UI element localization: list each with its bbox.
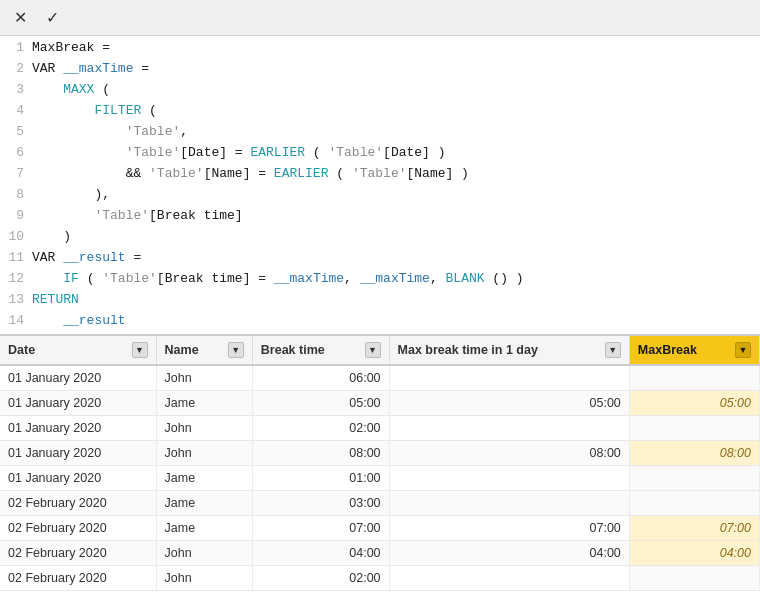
code-line: 11VAR __result = [0,250,760,271]
column-header-maxbreak[interactable]: MaxBreak▼ [629,336,759,365]
cell-date: 01 January 2020 [0,365,156,391]
toolbar: ✕ ✓ [0,0,760,36]
code-line: 12 IF ( 'Table'[Break time] = __maxTime,… [0,271,760,292]
line-content: MaxBreak = [32,40,756,55]
line-number: 5 [4,124,32,139]
code-line: 14 __result [0,313,760,334]
cell-max-break [389,466,629,491]
table-row: 01 January 2020Jame01:00 [0,466,760,491]
code-line: 10 ) [0,229,760,250]
cell-name: Jame [156,466,252,491]
line-number: 9 [4,208,32,223]
column-header-max_break[interactable]: Max break time in 1 day▼ [389,336,629,365]
cell-maxbreak: 08:00 [629,441,759,466]
code-line: 9 'Table'[Break time] [0,208,760,229]
table-row: 01 January 2020John06:00 [0,365,760,391]
line-number: 13 [4,292,32,307]
code-line: 2VAR __maxTime = [0,61,760,82]
data-table: Date▼Name▼Break time▼Max break time in 1… [0,336,760,591]
cell-maxbreak [629,566,759,591]
column-label: MaxBreak [638,343,697,357]
line-number: 4 [4,103,32,118]
table-row: 02 February 2020John02:00 [0,566,760,591]
cell-name: John [156,416,252,441]
column-header-name[interactable]: Name▼ [156,336,252,365]
code-line: 7 && 'Table'[Name] = EARLIER ( 'Table'[N… [0,166,760,187]
line-content: IF ( 'Table'[Break time] = __maxTime, __… [32,271,756,286]
table-row: 01 January 2020John02:00 [0,416,760,441]
cancel-button[interactable]: ✕ [8,6,32,30]
cell-max-break [389,566,629,591]
cell-max-break [389,416,629,441]
line-content: RETURN [32,292,756,307]
line-content: VAR __maxTime = [32,61,756,76]
line-content: ), [32,187,756,202]
cell-maxbreak [629,466,759,491]
cell-maxbreak [629,416,759,441]
cell-name: Jame [156,516,252,541]
code-line: 3 MAXX ( [0,82,760,103]
line-number: 10 [4,229,32,244]
cell-break-time: 02:00 [252,566,389,591]
cell-maxbreak [629,365,759,391]
filter-dropdown-icon[interactable]: ▼ [365,342,381,358]
code-line: 6 'Table'[Date] = EARLIER ( 'Table'[Date… [0,145,760,166]
filter-dropdown-icon[interactable]: ▼ [228,342,244,358]
line-number: 2 [4,61,32,76]
column-label: Name [165,343,199,357]
line-content: 'Table', [32,124,756,139]
table-row: 01 January 2020John08:0008:0008:00 [0,441,760,466]
table-row: 02 February 2020Jame03:00 [0,491,760,516]
table-row: 02 February 2020Jame07:0007:0007:00 [0,516,760,541]
cell-date: 02 February 2020 [0,541,156,566]
cell-maxbreak: 05:00 [629,391,759,416]
code-line: 8 ), [0,187,760,208]
cell-date: 01 January 2020 [0,391,156,416]
cell-date: 02 February 2020 [0,491,156,516]
line-number: 6 [4,145,32,160]
table-area: Date▼Name▼Break time▼Max break time in 1… [0,336,760,611]
cell-break-time: 05:00 [252,391,389,416]
cell-date: 01 January 2020 [0,441,156,466]
column-label: Date [8,343,35,357]
confirm-button[interactable]: ✓ [40,6,64,30]
cell-maxbreak: 07:00 [629,516,759,541]
line-number: 1 [4,40,32,55]
cell-max-break: 08:00 [389,441,629,466]
filter-dropdown-icon[interactable]: ▼ [605,342,621,358]
line-content: 'Table'[Date] = EARLIER ( 'Table'[Date] … [32,145,756,160]
table-row: 01 January 2020Jame05:0005:0005:00 [0,391,760,416]
line-content: 'Table'[Break time] [32,208,756,223]
cell-max-break: 04:00 [389,541,629,566]
cell-maxbreak [629,491,759,516]
filter-dropdown-icon[interactable]: ▼ [132,342,148,358]
line-content: __result [32,313,756,328]
cell-name: John [156,441,252,466]
filter-dropdown-icon[interactable]: ▼ [735,342,751,358]
cell-name: John [156,541,252,566]
cell-break-time: 02:00 [252,416,389,441]
line-content: ) [32,229,756,244]
column-header-break_time[interactable]: Break time▼ [252,336,389,365]
column-header-date[interactable]: Date▼ [0,336,156,365]
line-content: && 'Table'[Name] = EARLIER ( 'Table'[Nam… [32,166,756,181]
line-number: 3 [4,82,32,97]
cell-max-break [389,365,629,391]
cell-name: John [156,566,252,591]
cell-name: Jame [156,491,252,516]
cell-date: 02 February 2020 [0,566,156,591]
line-content: VAR __result = [32,250,756,265]
line-number: 12 [4,271,32,286]
cell-max-break [389,491,629,516]
cell-max-break: 05:00 [389,391,629,416]
cell-date: 02 February 2020 [0,516,156,541]
cell-break-time: 07:00 [252,516,389,541]
cell-break-time: 03:00 [252,491,389,516]
code-line: 4 FILTER ( [0,103,760,124]
cell-break-time: 06:00 [252,365,389,391]
cell-break-time: 01:00 [252,466,389,491]
code-line: 5 'Table', [0,124,760,145]
code-line: 13RETURN [0,292,760,313]
column-label: Break time [261,343,325,357]
line-number: 11 [4,250,32,265]
